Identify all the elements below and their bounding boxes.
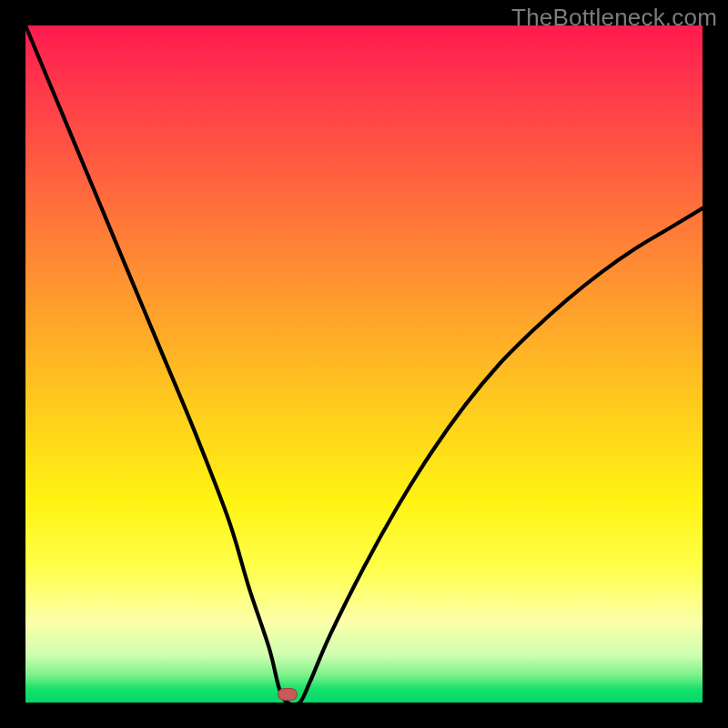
- bottleneck-curve: [25, 25, 703, 703]
- watermark-text: TheBottleneck.com: [511, 4, 717, 32]
- plot-area: [25, 25, 703, 703]
- optimal-marker: [278, 688, 298, 701]
- outer-frame: TheBottleneck.com: [0, 0, 728, 728]
